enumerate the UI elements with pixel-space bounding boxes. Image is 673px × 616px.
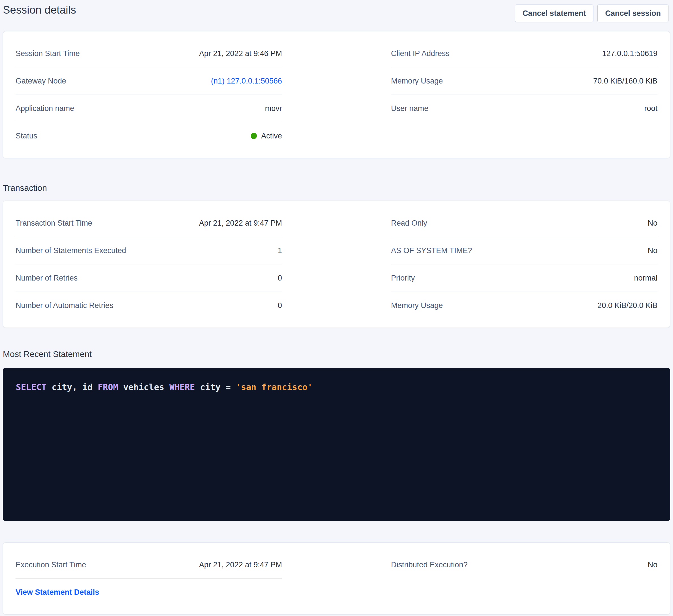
execution-info-card: Execution Start Time Apr 21, 2022 at 9:4… <box>3 542 670 615</box>
session-memory-usage-value: 70.0 KiB/160.0 KiB <box>593 76 657 86</box>
sql-predicate: city = <box>195 382 236 392</box>
cancel-session-button[interactable]: Cancel session <box>597 5 668 22</box>
session-memory-usage-row: Memory Usage 70.0 KiB/160.0 KiB <box>391 67 658 95</box>
application-name-row: Application name movr <box>16 95 282 122</box>
transaction-left-column: Transaction Start Time Apr 21, 2022 at 9… <box>16 210 282 319</box>
read-only-value: No <box>648 218 657 228</box>
retries-value: 0 <box>278 273 282 283</box>
transaction-start-time-label: Transaction Start Time <box>16 218 92 228</box>
statements-executed-row: Number of Statements Executed 1 <box>16 237 282 264</box>
application-name-label: Application name <box>16 103 74 113</box>
session-info-left-column: Session Start Time Apr 21, 2022 at 9:46 … <box>16 40 282 149</box>
execution-right-column: Distributed Execution? No <box>391 551 658 606</box>
user-name-value: root <box>644 103 657 113</box>
cancel-statement-button[interactable]: Cancel statement <box>515 5 594 22</box>
automatic-retries-row: Number of Automatic Retries 0 <box>16 292 282 319</box>
read-only-label: Read Only <box>391 218 427 228</box>
session-start-time-label: Session Start Time <box>16 49 80 58</box>
transaction-memory-usage-value: 20.0 KiB/20.0 KiB <box>597 301 657 310</box>
sql-table: vehicles <box>118 382 169 392</box>
priority-value: normal <box>634 273 657 283</box>
automatic-retries-value: 0 <box>278 301 282 310</box>
session-memory-usage-label: Memory Usage <box>391 76 443 86</box>
client-ip-label: Client IP Address <box>391 49 450 58</box>
sql-statement-box: SELECT city, id FROM vehicles WHERE city… <box>3 368 670 521</box>
as-of-system-time-value: No <box>648 246 657 255</box>
gateway-node-label: Gateway Node <box>16 76 66 86</box>
transaction-start-time-value: Apr 21, 2022 at 9:47 PM <box>199 218 282 228</box>
most-recent-statement-heading: Most Recent Statement <box>3 349 670 359</box>
user-name-label: User name <box>391 103 429 113</box>
automatic-retries-label: Number of Automatic Retries <box>16 301 113 310</box>
view-statement-details-link[interactable]: View Statement Details <box>16 587 99 597</box>
transaction-start-time-row: Transaction Start Time Apr 21, 2022 at 9… <box>16 210 282 237</box>
status-text: Active <box>261 131 282 141</box>
priority-row: Priority normal <box>391 264 658 292</box>
transaction-info-card: Transaction Start Time Apr 21, 2022 at 9… <box>3 201 670 328</box>
execution-start-time-value: Apr 21, 2022 at 9:47 PM <box>199 560 282 570</box>
distributed-execution-value: No <box>648 560 657 570</box>
execution-left-column: Execution Start Time Apr 21, 2022 at 9:4… <box>16 551 282 606</box>
execution-start-time-row: Execution Start Time Apr 21, 2022 at 9:4… <box>16 551 282 579</box>
status-value: Active <box>251 131 282 141</box>
gateway-node-link[interactable]: (n1) 127.0.0.1:50566 <box>211 76 282 86</box>
sql-keyword-from: FROM <box>98 382 118 392</box>
transaction-section-heading: Transaction <box>3 183 670 193</box>
session-start-time-row: Session Start Time Apr 21, 2022 at 9:46 … <box>16 40 282 67</box>
statements-executed-label: Number of Statements Executed <box>16 246 126 255</box>
status-label: Status <box>16 131 37 141</box>
transaction-memory-usage-row: Memory Usage 20.0 KiB/20.0 KiB <box>391 292 658 319</box>
gateway-node-row: Gateway Node (n1) 127.0.0.1:50566 <box>16 67 282 95</box>
session-start-time-value: Apr 21, 2022 at 9:46 PM <box>199 49 282 58</box>
session-details-page: Session details Cancel statement Cancel … <box>0 0 673 616</box>
as-of-system-time-row: AS OF SYSTEM TIME? No <box>391 237 658 264</box>
execution-start-time-label: Execution Start Time <box>16 560 86 570</box>
statements-executed-value: 1 <box>278 246 282 255</box>
sql-keyword-where: WHERE <box>169 382 195 392</box>
sql-string-literal: 'san francisco' <box>236 382 313 392</box>
read-only-row: Read Only No <box>391 210 658 237</box>
status-active-dot-icon <box>251 133 257 139</box>
sql-keyword-select: SELECT <box>16 382 46 392</box>
session-info-right-column: Client IP Address 127.0.0.1:50619 Memory… <box>391 40 658 149</box>
sql-statement-text: SELECT city, id FROM vehicles WHERE city… <box>16 382 313 392</box>
distributed-execution-row: Distributed Execution? No <box>391 551 658 578</box>
transaction-right-column: Read Only No AS OF SYSTEM TIME? No Prior… <box>391 210 658 319</box>
client-ip-row: Client IP Address 127.0.0.1:50619 <box>391 40 658 67</box>
transaction-memory-usage-label: Memory Usage <box>391 301 443 310</box>
page-title: Session details <box>3 4 76 16</box>
page-header: Session details Cancel statement Cancel … <box>3 0 670 22</box>
retries-label: Number of Retries <box>16 273 77 283</box>
distributed-execution-label: Distributed Execution? <box>391 560 468 570</box>
header-actions: Cancel statement Cancel session <box>515 5 668 22</box>
user-name-row: User name root <box>391 95 658 122</box>
as-of-system-time-label: AS OF SYSTEM TIME? <box>391 246 472 255</box>
sql-columns: city, id <box>46 382 98 392</box>
view-statement-details-row: View Statement Details <box>16 579 282 606</box>
client-ip-value: 127.0.0.1:50619 <box>602 49 657 58</box>
status-row: Status Active <box>16 122 282 149</box>
session-info-card: Session Start Time Apr 21, 2022 at 9:46 … <box>3 31 670 158</box>
retries-row: Number of Retries 0 <box>16 264 282 292</box>
priority-label: Priority <box>391 273 415 283</box>
application-name-value: movr <box>265 103 282 113</box>
